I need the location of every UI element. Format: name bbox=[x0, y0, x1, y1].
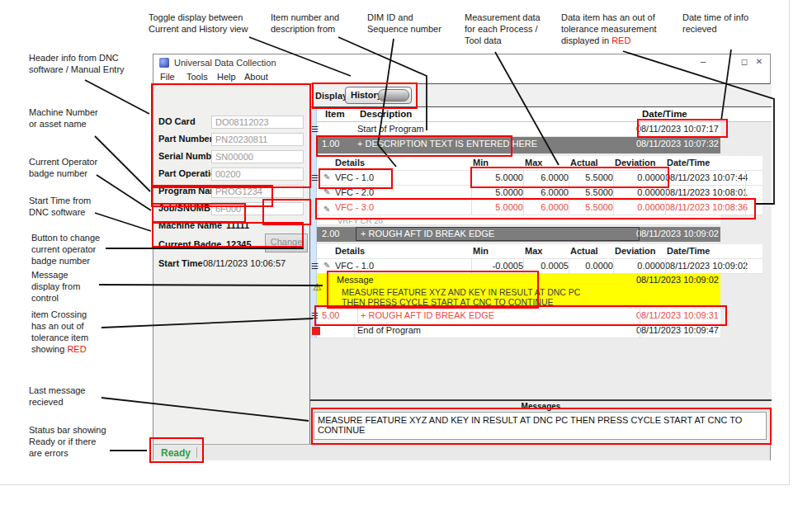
min-value: -0.0005 bbox=[471, 261, 523, 271]
detail-row-vfc-2[interactable]: VFC - 2.0 5.0000 6.0000 5.5000 0.0000 08… bbox=[317, 186, 762, 201]
status-ready-text: Ready bbox=[161, 447, 191, 459]
detail-row-vfc-1[interactable]: VFC - 1.0 5.0000 6.0000 5.5000 0.0000 08… bbox=[317, 171, 762, 186]
menu-tools[interactable]: Tools bbox=[186, 72, 208, 82]
window-title: Universal Data Collection bbox=[174, 58, 276, 68]
title-bar[interactable]: Universal Data Collection – ◻ ✕ bbox=[153, 54, 770, 71]
sub-header-row: Details Min Max Actual Deviation Date/Ti… bbox=[317, 244, 762, 259]
dim-id: VFC - 3.0 bbox=[335, 202, 374, 212]
col-min: Min bbox=[473, 246, 489, 256]
list-icon: ☰ bbox=[311, 125, 323, 134]
red-word: RED bbox=[611, 35, 630, 45]
col-max: Max bbox=[525, 158, 542, 168]
callout-operator-badge: Current Operator badge number bbox=[29, 156, 128, 179]
close-button[interactable]: ✕ bbox=[753, 57, 766, 66]
row-description: + DESCRIPTION TEXT IS ENTERED HERE bbox=[357, 139, 537, 149]
start-time-value: 08/11/2023 10:06:57 bbox=[203, 258, 286, 268]
pencil-icon: ✎ bbox=[323, 172, 330, 182]
display-bar: Display History bbox=[310, 84, 772, 107]
display-toggle[interactable]: History bbox=[345, 87, 412, 104]
row-datetime: 08/11/2023 10:07:44 bbox=[665, 172, 742, 182]
actual-value: 0.0000 bbox=[569, 261, 613, 271]
focused-cell-outline bbox=[356, 227, 640, 241]
maximize-button[interactable]: ◻ bbox=[738, 57, 751, 66]
callout-item-crossing: item Crossing has an out of tolerance it… bbox=[31, 309, 122, 355]
program-name-field: PROG1234 bbox=[211, 185, 304, 198]
col-item: Item bbox=[325, 109, 345, 119]
grid-header-row: Item Description Date/Time bbox=[310, 107, 772, 122]
divider bbox=[196, 447, 197, 458]
max-value: 6.0000 bbox=[523, 202, 569, 212]
menu-help[interactable]: Help bbox=[217, 72, 236, 82]
current-badge-value: 12345 bbox=[226, 239, 252, 249]
row-datetime: 08/11/2023 10:09:47 bbox=[636, 325, 719, 335]
col-description: Description bbox=[360, 109, 412, 119]
do-card-field: DO08112023 bbox=[211, 116, 304, 129]
row-datetime: 08/11/2023 10:09:02 bbox=[636, 275, 719, 285]
callout-item-number: Item number and description from bbox=[271, 12, 361, 35]
row-datetime: 08/11/2023 10:08:01 bbox=[665, 187, 742, 197]
row-selector-strip[interactable] bbox=[310, 107, 317, 338]
page-edge bbox=[0, 484, 790, 485]
grid-row-start-of-program[interactable]: Start of Program 08/11/2023 10:07:17 bbox=[317, 122, 720, 137]
serial-number-field: SN00000 bbox=[211, 150, 304, 163]
callout-change-button: Button to change current operator badge … bbox=[31, 232, 130, 267]
col-details: Details bbox=[335, 158, 365, 168]
job-snumb-field: 6F000 bbox=[211, 202, 304, 215]
row-description: End of Program bbox=[357, 325, 421, 335]
row-datetime: 08/11/2023 10:07:17 bbox=[636, 124, 719, 134]
grid-row-item-5-out-of-tolerance[interactable]: 5.00 + ROUGH AFT ID BREAK EDGE 08/11/202… bbox=[317, 309, 720, 323]
red-word: RED bbox=[67, 344, 86, 354]
dim-id: VFC - 1.0 bbox=[335, 261, 374, 271]
row-item-number: 1.00 bbox=[322, 139, 339, 149]
grid-row-item-2[interactable]: 2.00 + ROUGH AFT ID BREAK EDGE 08/11/202… bbox=[317, 227, 720, 242]
list-icon: ☰ bbox=[311, 311, 323, 320]
min-value: 5.0000 bbox=[471, 202, 523, 212]
detail-row-vfc-3-out-of-tolerance[interactable]: VFC - 3.0 5.0000 6.0000 5.5000 0.0000 08… bbox=[317, 201, 762, 215]
detail-row-vfc-1b[interactable]: VFC - 1.0 -0.0005 0.0005 0.0000 0.0000 0… bbox=[317, 259, 762, 274]
callout-message-display: Message display from control bbox=[31, 269, 122, 304]
col-max: Max bbox=[525, 246, 542, 256]
deviation-value: 0.0000 bbox=[613, 187, 665, 197]
callout-measurement-data: Measurement data for each Process / Tool… bbox=[465, 12, 555, 46]
divider bbox=[310, 399, 772, 401]
last-message-box: MEASURE FEATURE XYZ AND KEY IN RESULT AT… bbox=[314, 412, 767, 440]
minimize-button[interactable]: – bbox=[696, 56, 710, 68]
message-row[interactable]: Message 08/11/2023 10:09:02 bbox=[317, 274, 720, 286]
current-badge-label: Current Badge bbox=[158, 239, 221, 249]
app-icon bbox=[159, 58, 169, 68]
vrfy-note: VRFY CR 20 bbox=[338, 216, 383, 225]
sub-header-row: Details Min Max Actual Deviation Date/Ti… bbox=[317, 156, 762, 171]
end-marker-icon bbox=[312, 327, 320, 335]
row-item-number: 5.00 bbox=[322, 310, 339, 320]
detail-note-row: VRFY CR 20 bbox=[317, 215, 720, 225]
pencil-icon: ✎ bbox=[323, 261, 330, 270]
part-number-field: PN20230811 bbox=[211, 133, 304, 146]
callout-start-time: Start Time from DNC software bbox=[29, 195, 128, 218]
callout-last-message: Last message recieved bbox=[29, 385, 120, 408]
field-label: Part Number bbox=[158, 134, 213, 144]
callout-header-info: Header info from DNC software / Manual E… bbox=[29, 52, 144, 75]
machine-name-value: 11111 bbox=[226, 220, 249, 230]
status-bar: Ready bbox=[153, 444, 770, 460]
app-window: Universal Data Collection – ◻ ✕ File Too… bbox=[153, 54, 771, 460]
warning-icon: ⚠ bbox=[313, 281, 322, 293]
message-body-text: MEASURE FEATURE XYZ AND KEY IN RESULT AT… bbox=[342, 287, 580, 307]
grid-row-end-of-program[interactable]: End of Program 08/11/2023 10:09:47 bbox=[317, 323, 720, 338]
deviation-value: 0.0000 bbox=[613, 261, 665, 271]
page-edge bbox=[789, 0, 790, 485]
menu-bar: File Tools Help About bbox=[153, 71, 770, 83]
dim-id: VFC - 1.0 bbox=[335, 172, 374, 182]
col-deviation: Deviation bbox=[615, 246, 656, 256]
message-label: Message bbox=[337, 275, 374, 285]
menu-file[interactable]: File bbox=[160, 72, 175, 82]
change-badge-button[interactable]: Change bbox=[265, 234, 308, 252]
list-icon: ☰ bbox=[311, 262, 323, 271]
message-body: MEASURE FEATURE XYZ AND KEY IN RESULT AT… bbox=[317, 286, 720, 307]
col-datetime: Date/Time bbox=[667, 158, 710, 168]
col-min: Min bbox=[473, 158, 489, 168]
max-value: 6.0000 bbox=[523, 187, 569, 197]
menu-about[interactable]: About bbox=[244, 72, 268, 82]
grid-row-item-1[interactable]: 1.00 + DESCRIPTION TEXT IS ENTERED HERE … bbox=[317, 137, 720, 153]
toggle-knob-icon[interactable] bbox=[378, 89, 409, 101]
part-operation-field: 00200 bbox=[211, 168, 304, 181]
